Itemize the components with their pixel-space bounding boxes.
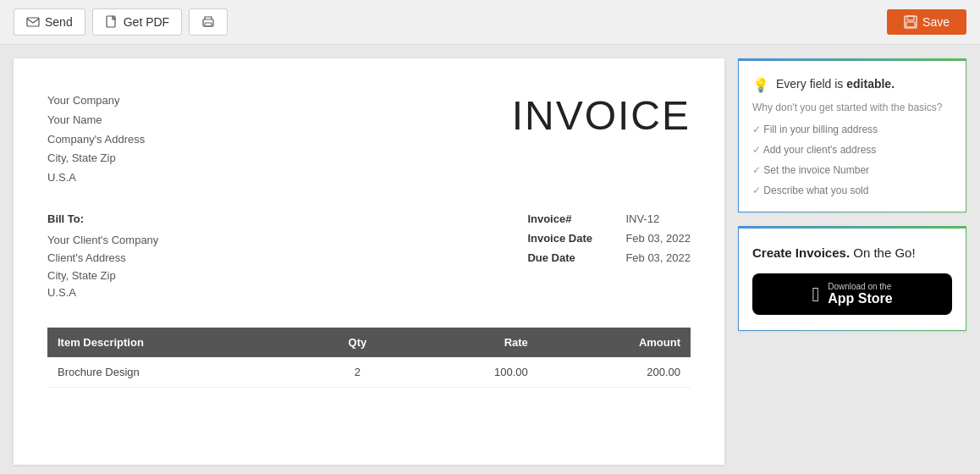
invoice-number-value[interactable]: INV-12	[625, 212, 659, 225]
invoice-number-row: Invoice# INV-12	[527, 212, 659, 225]
main-layout: Your Company Your Name Company's Address…	[0, 45, 980, 474]
save-icon	[904, 15, 917, 29]
invoice-table: Item Description Qty Rate Amount Brochur…	[47, 328, 691, 388]
app-store-sub: Download on the	[828, 282, 892, 291]
sidebar: 💡 Every field is editable. Why don't you…	[738, 58, 966, 331]
svg-rect-0	[27, 18, 39, 26]
app-card-title: Create Invoices. On the Go!	[752, 244, 952, 262]
lightbulb-icon: 💡	[752, 77, 769, 93]
tips-list-item: Add your client's address	[752, 144, 952, 156]
client-country[interactable]: U.S.A	[47, 284, 158, 302]
sender-city-state-zip[interactable]: City, State Zip	[47, 150, 145, 168]
send-button[interactable]: Send	[14, 8, 85, 36]
tips-card: 💡 Every field is editable. Why don't you…	[738, 58, 966, 212]
invoice-header: Your Company Your Name Company's Address…	[47, 92, 691, 187]
svg-rect-5	[907, 16, 914, 20]
app-store-button[interactable]:  Download on the App Store	[752, 273, 952, 315]
save-button[interactable]: Save	[887, 9, 966, 35]
invoice-date-label: Invoice Date	[527, 232, 612, 245]
cell-rate[interactable]: 100.00	[405, 357, 538, 388]
bill-to-label: Bill To:	[47, 212, 158, 225]
tips-list-item: Set the invoice Number	[752, 164, 952, 176]
send-icon	[26, 15, 40, 29]
table-header-row: Item Description Qty Rate Amount	[47, 328, 691, 357]
get-pdf-button[interactable]: Get PDF	[92, 8, 182, 36]
invoice-date-row: Invoice Date Feb 03, 2022	[527, 232, 691, 245]
tips-list: Fill in your billing addressAdd your cli…	[752, 124, 952, 196]
app-store-name: App Store	[828, 291, 892, 306]
sender-country[interactable]: U.S.A	[47, 169, 145, 187]
client-city-state-zip[interactable]: City, State Zip	[47, 267, 158, 285]
due-date-value[interactable]: Feb 03, 2022	[625, 251, 691, 264]
invoice-number-label: Invoice#	[527, 212, 612, 225]
client-address[interactable]: Client's Address	[47, 250, 158, 267]
cell-amount[interactable]: 200.00	[538, 357, 691, 388]
due-date-label: Due Date	[527, 251, 612, 264]
invoice-body: Bill To: Your Client's Company Client's …	[47, 212, 691, 302]
invoice-sender: Your Company Your Name Company's Address…	[47, 92, 145, 187]
tips-header: 💡 Every field is editable.	[752, 76, 952, 93]
invoice-meta: Invoice# INV-12 Invoice Date Feb 03, 202…	[527, 212, 691, 302]
sender-address[interactable]: Company's Address	[47, 131, 145, 149]
client-company[interactable]: Your Client's Company	[47, 232, 158, 250]
bill-to-section: Bill To: Your Client's Company Client's …	[47, 212, 158, 302]
cell-description[interactable]: Brochure Design	[47, 357, 310, 388]
sender-company[interactable]: Your Company	[47, 92, 145, 110]
col-qty: Qty	[310, 328, 405, 357]
svg-rect-6	[906, 22, 915, 27]
apple-icon: 	[812, 283, 819, 306]
sender-name[interactable]: Your Name	[47, 112, 145, 130]
print-icon	[201, 15, 215, 29]
invoice-date-value[interactable]: Feb 03, 2022	[625, 232, 691, 245]
pdf-icon	[105, 15, 118, 29]
tips-list-item: Describe what you sold	[752, 185, 952, 196]
col-description: Item Description	[47, 328, 310, 357]
col-amount: Amount	[538, 328, 691, 357]
print-button[interactable]	[189, 8, 228, 36]
tips-title: Every field is editable.	[776, 76, 895, 93]
table-row: Brochure Design 2 100.00 200.00	[47, 357, 691, 388]
due-date-row: Due Date Feb 03, 2022	[527, 251, 691, 264]
app-card: Create Invoices. On the Go!  Download o…	[738, 226, 966, 331]
toolbar: Send Get PDF Save	[0, 0, 980, 45]
col-rate: Rate	[405, 328, 538, 357]
cell-qty[interactable]: 2	[310, 357, 405, 388]
tips-list-item: Fill in your billing address	[752, 124, 952, 135]
invoice-title: INVOICE	[512, 92, 691, 139]
app-store-text: Download on the App Store	[828, 282, 892, 306]
tips-subtitle: Why don't you get started with the basic…	[752, 102, 952, 113]
invoice-container: Your Company Your Name Company's Address…	[14, 58, 724, 465]
